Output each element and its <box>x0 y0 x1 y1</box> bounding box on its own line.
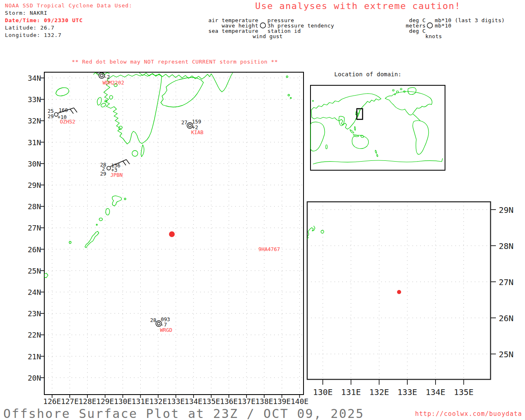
zoom-storm-position-dot <box>397 290 401 294</box>
header-longitude: Longitude: 132.7 <box>5 32 62 39</box>
location-map-title: Location of domain: <box>334 71 402 78</box>
legend-station-circle <box>260 23 266 28</box>
buoy-plot-page: NOAA SSD Tropical Cyclone Data Used: Sto… <box>0 0 525 420</box>
station-kiab-pressure: 159 <box>192 119 201 124</box>
legend-station-id: station id <box>267 28 301 34</box>
station-kiab-id: KIAB <box>191 130 203 135</box>
station-kiab-air-temp: 27 <box>179 120 187 125</box>
axis-label-lon: 140E <box>289 397 310 406</box>
axis-label-lat: 30N <box>23 160 41 168</box>
zoom-axis-label-lon: 134E <box>422 387 449 397</box>
plot-title: Offshore Surface Plot at 23Z / OCT 09, 2… <box>3 406 364 420</box>
zoom-map-ticks <box>323 210 496 385</box>
zoom-axis-label-lon: 131E <box>338 387 364 397</box>
header-storm-name: Storm: NAKRI <box>5 9 48 17</box>
station-wrgd-air-temp: 28 <box>148 317 156 323</box>
header-source-line: NOAA SSD Tropical Cyclone Data Used: <box>5 2 132 9</box>
zoom-axis-label-lat: 25N <box>499 349 514 359</box>
zoom-axis-label-lon: 135E <box>451 387 477 397</box>
axis-label-lat: 28N <box>23 202 41 211</box>
axis-label-lat: 33N <box>23 95 41 104</box>
zoom-map-coastlines <box>307 226 401 294</box>
station-wdm2202-air-temp: 2 <box>91 73 99 74</box>
station-wdm2202-tendency: -2 <box>104 74 110 80</box>
station-jpbn-id: JPBN <box>110 172 123 178</box>
zoom-axis-label-lon: 132E <box>366 387 392 397</box>
axis-label-lat: 23N <box>23 309 41 318</box>
legend-units-tendency: mb*10 <box>435 23 452 29</box>
axis-label-lat: 34N <box>23 74 41 82</box>
station-ozhs2-pressure: 160 <box>59 107 68 113</box>
zoom-axis-label-lon: 130E <box>310 387 336 397</box>
legend-sea-temperature: sea temperature <box>176 28 258 34</box>
zoom-axis-label-lat: 26N <box>499 313 514 323</box>
axis-label-lat: 32N <box>23 116 41 125</box>
axis-label-lat: 21N <box>23 352 41 361</box>
legend-units-circle <box>427 23 433 28</box>
caution-banner: Use analyses with extreme caution! <box>255 1 461 11</box>
legend-units-sea: deg C <box>385 28 426 34</box>
legend-wind-gust: wind gust <box>253 33 283 39</box>
axis-label-lat: 29N <box>23 181 41 189</box>
zoom-axis-label-lat: 28N <box>499 241 514 251</box>
header-latitude: Latitude: 26.7 <box>5 24 55 32</box>
zoom-axis-label-lon: 133E <box>394 387 420 397</box>
legend-units-gust: knots <box>425 33 442 39</box>
axis-label-lat: 31N <box>23 138 41 147</box>
axis-label-lat: 27N <box>23 224 41 232</box>
world-map-frame <box>310 85 445 170</box>
axis-label-lat: 22N <box>23 331 41 339</box>
storm-position-warning: ** Red dot below may NOT represent CURRE… <box>72 59 278 65</box>
axis-label-lat: 26N <box>23 245 41 254</box>
zoom-axis-label-lat: 27N <box>499 277 514 287</box>
station-9ha4767-id: 9HA4767 <box>258 247 280 252</box>
header-datetime: Date/Time: 09/2330 UTC <box>5 17 83 24</box>
axis-label-lat: 20N <box>23 374 41 382</box>
main-map-station-texts: 2 -2 WDM2202 25 160 29 +10 OZHS2 27 159 … <box>44 73 304 394</box>
source-url[interactable]: http://coolwx.com/buoydata <box>415 410 522 418</box>
world-map-coastlines <box>310 87 443 164</box>
domain-rectangle <box>357 109 363 119</box>
station-jpbn-sea-temp: 29 <box>98 171 106 176</box>
station-ozhs2-id: OZHS2 <box>60 119 75 124</box>
station-ozhs2-sea-temp: 29 <box>46 114 54 119</box>
station-wdm2202-id: WDM2202 <box>103 80 124 85</box>
zoom-axis-label-lat: 29N <box>499 205 514 215</box>
station-wrgd-id: WRGD <box>160 327 172 333</box>
axis-label-lat: 24N <box>23 288 41 297</box>
axis-label-lat: 25N <box>23 267 41 275</box>
